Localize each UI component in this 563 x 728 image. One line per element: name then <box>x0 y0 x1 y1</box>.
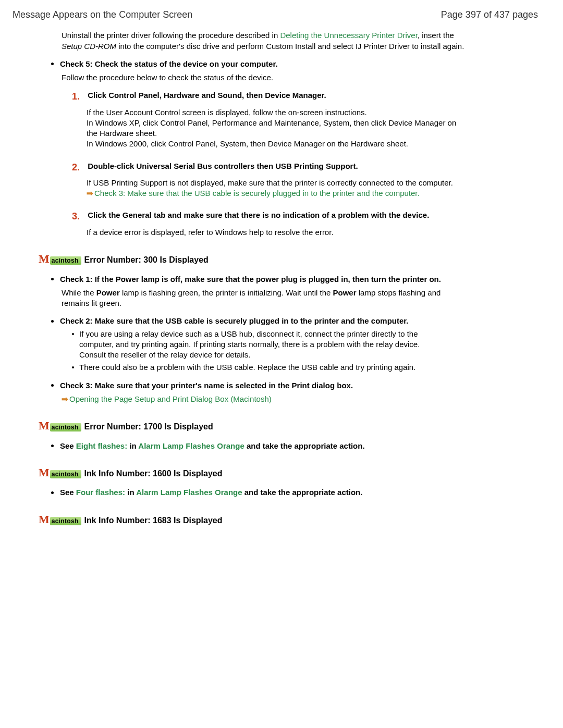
link-alarm-lamp[interactable]: Alarm Lamp Flashes Orange <box>138 441 244 450</box>
mac300-check2: Check 2: Make sure that the USB cable is… <box>51 316 468 373</box>
mac300-check3-link: ➡Opening the Page Setup and Print Dialog… <box>62 394 468 404</box>
link-alarm-lamp[interactable]: Alarm Lamp Flashes Orange <box>136 488 242 497</box>
page-header: Message Appears on the Computer Screen P… <box>13 8 538 21</box>
mac-m-icon: M <box>39 420 50 431</box>
bullet-icon <box>51 384 54 387</box>
check5-title: Check 5: Check the status of the device … <box>60 59 278 68</box>
mac-error-1700-heading: Macintosh Error Number: 1700 Is Displaye… <box>39 420 538 433</box>
bullet-icon <box>51 63 54 65</box>
step-heading: Double-click Universal Serial Bus contro… <box>88 161 358 171</box>
check5-block: Check 5: Check the status of the device … <box>51 59 468 83</box>
step-body: If a device error is displayed, refer to… <box>87 227 468 238</box>
intro-paragraph: Uninstall the printer driver following t… <box>62 30 468 52</box>
macintosh-badge: Macintosh <box>39 467 81 478</box>
setup-cdrom-text: Setup CD-ROM <box>62 42 116 51</box>
link-page-setup-mac[interactable]: Opening the Page Setup and Print Dialog … <box>69 394 272 403</box>
step-3: 3. Click the General tab and make sure t… <box>72 210 468 238</box>
doc-title: Message Appears on the Computer Screen <box>13 8 192 21</box>
step-number: 1. <box>72 90 83 103</box>
mac1600-body: See Four flashes: in Alarm Lamp Flashes … <box>51 487 468 498</box>
mac1700-body: See Eight flashes: in Alarm Lamp Flashes… <box>51 441 468 451</box>
mac-m-icon: M <box>39 514 50 525</box>
step-1: 1. Click Control Panel, Hardware and Sou… <box>72 90 468 149</box>
link-four-flashes[interactable]: Four flashes: <box>76 488 125 497</box>
page-indicator: Page 397 of 437 pages <box>441 8 538 21</box>
link-check3-usb[interactable]: Check 3: Make sure that the USB cable is… <box>94 189 420 198</box>
macintosh-badge: Macintosh <box>39 420 81 431</box>
bullet-icon <box>51 320 54 323</box>
bullet-icon <box>51 491 54 494</box>
list-item: If you are using a relay device such as … <box>72 329 437 361</box>
link-delete-driver[interactable]: Deleting the Unnecessary Printer Driver <box>280 31 417 40</box>
check5-body: Follow the procedure below to check the … <box>62 72 468 83</box>
mac300-check1-body: While the Power lamp is flashing green, … <box>62 288 468 309</box>
step-heading: Click Control Panel, Hardware and Sound,… <box>88 90 326 101</box>
bullet-icon <box>72 366 74 368</box>
mac300-check3: Check 3: Make sure that your printer's n… <box>51 380 468 405</box>
step-2: 2. Double-click Universal Serial Bus con… <box>72 161 468 199</box>
list-item: There could also be a problem with the U… <box>72 362 437 373</box>
mac300-check2-list: If you are using a relay device such as … <box>72 329 437 373</box>
arrow-icon: ➡ <box>62 394 68 403</box>
bullet-icon <box>51 278 54 280</box>
arrow-icon: ➡ <box>87 189 93 198</box>
step-heading: Click the General tab and make sure that… <box>88 210 429 220</box>
check5-steps: 1. Click Control Panel, Hardware and Sou… <box>72 90 468 238</box>
macintosh-badge: Macintosh <box>39 514 81 525</box>
macintosh-badge: Macintosh <box>39 253 81 265</box>
mac-m-icon: M <box>39 467 50 478</box>
link-eight-flashes[interactable]: Eight flashes: <box>76 441 127 450</box>
mac-ink-1683-heading: Macintosh Ink Info Number: 1683 Is Displ… <box>39 514 538 526</box>
step-body: If the User Account Control screen is di… <box>87 107 468 150</box>
mac300-check1: Check 1: If the Power lamp is off, make … <box>51 274 468 309</box>
step-body: If USB Printing Support is not displayed… <box>87 178 468 199</box>
mac-ink-1600-heading: Macintosh Ink Info Number: 1600 Is Displ… <box>39 467 538 479</box>
mac-error-300-heading: Macintosh Error Number: 300 Is Displayed <box>39 253 538 266</box>
step-number: 3. <box>72 210 83 223</box>
step-number: 2. <box>72 161 83 174</box>
mac-m-icon: M <box>39 253 50 265</box>
bullet-icon <box>51 445 54 447</box>
bullet-icon <box>72 333 74 335</box>
